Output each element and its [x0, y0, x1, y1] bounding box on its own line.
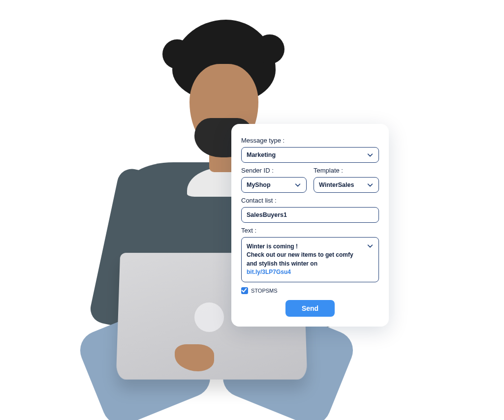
contact-list-input[interactable]: SalesBuyers1 — [241, 207, 379, 223]
template-label: Template : — [314, 167, 379, 174]
contact-list-value: SalesBuyers1 — [247, 211, 287, 218]
template-value: WinterSales — [319, 181, 354, 188]
message-text-line: Check out our new items to get comfy and… — [247, 251, 365, 268]
message-type-value: Marketing — [247, 151, 276, 158]
message-text-area[interactable]: Winter is coming ! Check out our new ite… — [241, 237, 379, 282]
chevron-down-icon — [367, 242, 374, 249]
sender-id-label: Sender ID : — [241, 167, 307, 174]
sms-compose-card: Message type : Marketing Sender ID : MyS… — [231, 124, 389, 327]
text-label: Text : — [241, 227, 379, 234]
chevron-down-icon — [294, 181, 301, 188]
chevron-down-icon — [367, 151, 374, 158]
message-text-line: Winter is coming ! — [247, 242, 365, 251]
stopsms-checkbox[interactable] — [241, 287, 248, 294]
send-button[interactable]: Send — [285, 300, 335, 317]
stage: Message type : Marketing Sender ID : MyS… — [0, 0, 504, 420]
stopsms-label: STOPSMS — [251, 288, 278, 294]
template-select[interactable]: WinterSales — [314, 177, 379, 193]
chevron-down-icon — [367, 181, 374, 188]
message-type-label: Message type : — [241, 137, 379, 144]
message-short-link[interactable]: bit.ly/3LP7Gsu4 — [247, 269, 291, 275]
sender-id-select[interactable]: MyShop — [241, 177, 307, 193]
contact-list-label: Contact list : — [241, 197, 379, 204]
message-type-select[interactable]: Marketing — [241, 147, 379, 163]
sender-id-value: MyShop — [247, 181, 271, 188]
stopsms-row[interactable]: STOPSMS — [241, 287, 379, 294]
send-row: Send — [241, 300, 379, 317]
